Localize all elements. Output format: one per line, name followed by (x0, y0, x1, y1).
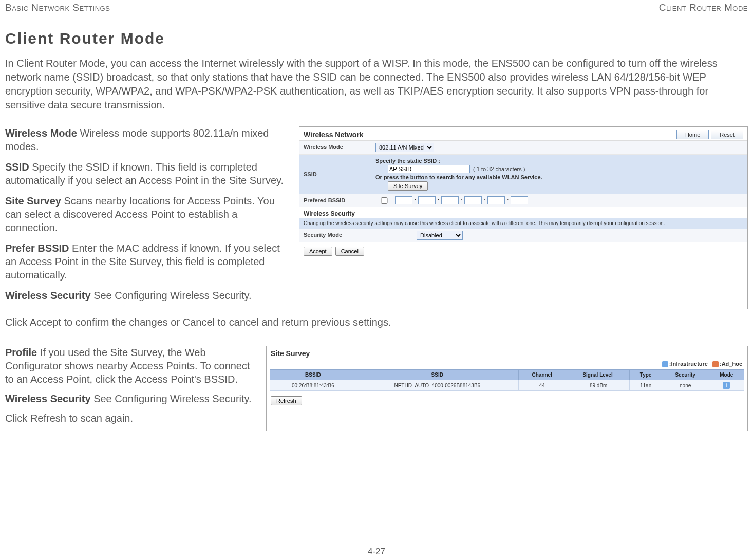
col-mode: Mode (709, 370, 744, 380)
label-prefered-bssid: Prefered BSSID (299, 194, 371, 207)
term-ssid: SSID (5, 161, 29, 173)
bssid-oct5[interactable] (487, 196, 505, 204)
cell-signal: -89 dBm (566, 380, 630, 391)
term-prefer-bssid: Prefer BSSID (5, 242, 69, 254)
ssid-specify-text: Specify the static SSID : (375, 158, 440, 164)
bssid-oct6[interactable] (511, 196, 528, 204)
term-site-survey: Site Survey (5, 195, 61, 207)
refresh-button[interactable]: Refresh (271, 396, 302, 405)
mode-infra-icon: i (723, 382, 730, 389)
definitions-block: Wireless Mode Wireless mode supports 802… (5, 126, 292, 309)
wireless-network-panel: Wireless Network Home Reset Wireless Mod… (299, 126, 748, 309)
desc-wireless-security: See Configuring Wireless Security. (91, 290, 252, 301)
table-row[interactable]: 00:26:B8:81:43:B6 NETHD_AUTO_4000-0026B8… (270, 380, 744, 391)
panel-title-text: Wireless Network (304, 130, 364, 139)
site-survey-table: BSSID SSID Channel Signal Level Type Sec… (270, 369, 744, 391)
ssid-or-text: Or press the button to search for any av… (375, 174, 542, 180)
desc-profile: If you used the Site Survey, the Web Con… (5, 347, 250, 385)
home-button[interactable]: Home (676, 130, 709, 139)
col-bssid: BSSID (270, 370, 356, 380)
legend-adhoc: :Ad_hoc (720, 361, 742, 367)
adhoc-icon (712, 361, 719, 367)
col-security: Security (662, 370, 709, 380)
legend-infra: :Infrastructure (669, 361, 708, 367)
cell-security: none (662, 380, 709, 391)
intro-paragraph: In Client Router Mode, you can access th… (5, 57, 748, 112)
label-security-mode: Security Mode (299, 229, 412, 242)
ssid-hint: ( 1 to 32 characters ) (473, 166, 525, 172)
cell-mode: i (709, 380, 744, 391)
cell-ssid: NETHD_AUTO_4000-0026B88143B6 (356, 380, 518, 391)
reset-button[interactable]: Reset (711, 130, 743, 139)
bssid-oct1[interactable] (395, 196, 412, 204)
cell-type: 11an (630, 380, 662, 391)
legend: :Infrastructure :Ad_hoc (267, 360, 747, 368)
header-right: Client Router Mode (659, 2, 748, 13)
col-type: Type (630, 370, 662, 380)
term-profile: Profile (5, 347, 37, 358)
term-wireless-mode: Wireless Mode (5, 127, 77, 139)
security-warning: Changing the wireless security settings … (299, 218, 747, 229)
bssid-oct4[interactable] (464, 196, 482, 204)
col-channel: Channel (518, 370, 566, 380)
term-wireless-security-2: Wireless Security (5, 393, 91, 404)
security-mode-select[interactable]: Disabled (417, 231, 463, 240)
col-signal: Signal Level (566, 370, 630, 380)
page-number: 4-27 (0, 547, 753, 557)
cell-bssid[interactable]: 00:26:B8:81:43:B6 (270, 380, 356, 391)
wireless-security-subhead: Wireless Security (299, 207, 747, 218)
accept-instruction: Click Accept to confirm the changes or C… (5, 316, 748, 328)
ssid-input[interactable] (388, 165, 470, 173)
col-ssid: SSID (356, 370, 518, 380)
refresh-instruction: Click Refresh to scan again. (5, 412, 257, 425)
desc-ssid: Specify the SSID if known. This field is… (5, 161, 284, 186)
accept-button[interactable]: Accept (304, 247, 332, 256)
wireless-mode-select[interactable]: 802.11 A/N Mixed (375, 143, 434, 152)
site-survey-panel: Site Survey :Infrastructure :Ad_hoc BSSI… (266, 346, 748, 431)
label-ssid: SSID (299, 155, 371, 194)
infrastructure-icon (662, 361, 668, 367)
label-wireless-mode: Wireless Mode (299, 141, 371, 154)
cell-channel: 44 (518, 380, 566, 391)
term-wireless-security: Wireless Security (5, 290, 91, 301)
site-survey-title: Site Survey (267, 346, 747, 360)
bssid-oct2[interactable] (418, 196, 436, 204)
bssid-oct3[interactable] (441, 196, 459, 204)
page-title: Client Router Mode (5, 30, 748, 47)
bssid-checkbox[interactable] (375, 197, 393, 204)
cancel-button[interactable]: Cancel (335, 247, 364, 256)
definitions-block-2: Profile If you used the Site Survey, the… (5, 346, 257, 431)
site-survey-button[interactable]: Site Survey (388, 181, 428, 191)
header-left: Basic Network Settings (5, 2, 110, 13)
desc-wireless-security-2: See Configuring Wireless Security. (91, 393, 252, 404)
